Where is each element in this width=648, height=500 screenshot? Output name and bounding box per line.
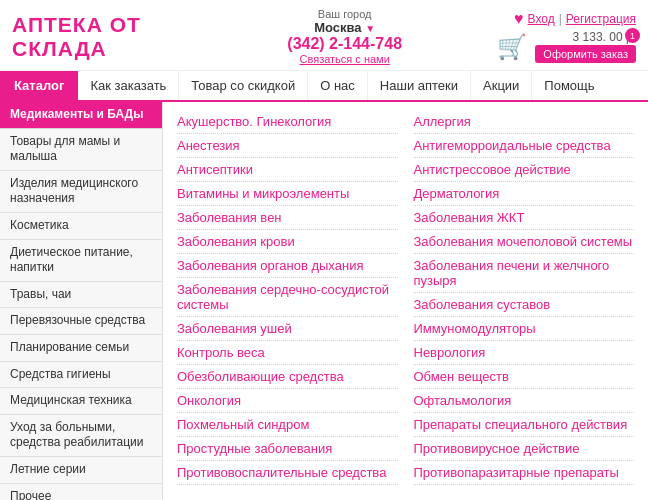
content: Акушерство. Гинекология Анестезия Антисе…: [163, 102, 648, 500]
list-item[interactable]: Заболевания мочеполовой системы: [414, 230, 635, 254]
logo[interactable]: АПТЕКА ОТ СКЛАДА: [12, 13, 192, 59]
list-item[interactable]: Иммуномодуляторы: [414, 317, 635, 341]
auth-separator: |: [559, 12, 562, 26]
list-item[interactable]: Заболевания сердечно-сосудистой системы: [177, 278, 398, 317]
city-arrow-icon: ▼: [365, 23, 375, 34]
list-item[interactable]: Противовоспалительные средства: [177, 461, 398, 485]
nav-item-help[interactable]: Помощь: [532, 71, 606, 100]
sidebar-item-care[interactable]: Уход за больными, средства реабилитации: [0, 415, 162, 457]
list-item[interactable]: Противовирусное действие: [414, 437, 635, 461]
nav-item-howtoorder[interactable]: Как заказать: [78, 71, 179, 100]
nav-item-about[interactable]: О нас: [308, 71, 368, 100]
list-item[interactable]: Контроль веса: [177, 341, 398, 365]
price: 3 133. 00 р.: [535, 30, 636, 44]
header-right: ♥ Вход | Регистрация 🛒 1 3 133. 00 р. Оф…: [497, 10, 636, 63]
list-item[interactable]: Заболевания органов дыхания: [177, 254, 398, 278]
category-grid: Акушерство. Гинекология Анестезия Антисе…: [177, 110, 634, 485]
sidebar-item-bandage[interactable]: Перевязочные средства: [0, 308, 162, 335]
header-center: Ваш город Москва ▼ (342) 2-144-748 Связа…: [287, 8, 402, 65]
list-item[interactable]: Заболевания суставов: [414, 293, 635, 317]
list-item[interactable]: Заболевания вен: [177, 206, 398, 230]
sidebar-item-medical-devices[interactable]: Изделия медицинского назначения: [0, 171, 162, 213]
list-item[interactable]: Похмельный синдром: [177, 413, 398, 437]
list-item[interactable]: Анестезия: [177, 134, 398, 158]
list-item[interactable]: Офтальмология: [414, 389, 635, 413]
list-item[interactable]: Дерматология: [414, 182, 635, 206]
main-layout: Медикаменты и БАДы Товары для мамы и мал…: [0, 102, 648, 500]
sidebar-item-cosmetics[interactable]: Косметика: [0, 213, 162, 240]
login-link[interactable]: Вход: [528, 12, 555, 26]
sidebar-item-diet[interactable]: Диетическое питание, напитки: [0, 240, 162, 282]
sidebar-item-hygiene[interactable]: Средства гигиены: [0, 362, 162, 389]
city-label: Ваш город: [287, 8, 402, 20]
list-item[interactable]: Неврология: [414, 341, 635, 365]
list-item[interactable]: Витамины и микроэлементы: [177, 182, 398, 206]
contact-link[interactable]: Связаться с нами: [287, 53, 402, 65]
sidebar-item-medical-tech[interactable]: Медицинская техника: [0, 388, 162, 415]
register-link[interactable]: Регистрация: [566, 12, 636, 26]
header: АПТЕКА ОТ СКЛАДА Ваш город Москва ▼ (342…: [0, 0, 648, 71]
sidebar: Медикаменты и БАДы Товары для мамы и мал…: [0, 102, 163, 500]
list-item[interactable]: Заболевания ЖКТ: [414, 206, 635, 230]
list-item[interactable]: Антистрессовое действие: [414, 158, 635, 182]
list-item[interactable]: Заболевания печени и желчного пузыря: [414, 254, 635, 293]
list-item[interactable]: Простудные заболевания: [177, 437, 398, 461]
sidebar-item-medikamenty[interactable]: Медикаменты и БАДы: [0, 102, 162, 129]
sidebar-item-herbs[interactable]: Травы, чаи: [0, 282, 162, 309]
nav-item-catalog[interactable]: Каталог: [0, 71, 78, 100]
nav-item-pharmacies[interactable]: Наши аптеки: [368, 71, 471, 100]
cart-icon: 🛒: [497, 33, 527, 61]
cart-badge: 1: [625, 28, 640, 43]
heart-icon: ♥: [514, 10, 524, 28]
list-item[interactable]: Препараты специального действия: [414, 413, 635, 437]
cart-area[interactable]: 🛒 1 3 133. 00 р. Оформить заказ: [497, 30, 636, 63]
nav-item-discounts[interactable]: Товар со скидкой: [179, 71, 308, 100]
right-column: Аллергия Антигеморроидальные средства Ан…: [414, 110, 635, 485]
nav-item-promotions[interactable]: Акции: [471, 71, 532, 100]
sidebar-item-mama[interactable]: Товары для мамы и малыша: [0, 129, 162, 171]
city-selector[interactable]: Москва ▼: [287, 20, 402, 35]
auth-links: ♥ Вход | Регистрация: [514, 10, 636, 28]
list-item[interactable]: Аллергия: [414, 110, 635, 134]
list-item[interactable]: Онкология: [177, 389, 398, 413]
list-item[interactable]: Противопаразитарные препараты: [414, 461, 635, 485]
sidebar-item-summer[interactable]: Летние серии: [0, 457, 162, 484]
list-item[interactable]: Заболевания ушей: [177, 317, 398, 341]
sidebar-item-other[interactable]: Прочее: [0, 484, 162, 501]
sidebar-item-family[interactable]: Планирование семьи: [0, 335, 162, 362]
city-name: Москва: [314, 20, 361, 35]
navbar: Каталог Как заказать Товар со скидкой О …: [0, 71, 648, 102]
phone[interactable]: (342) 2-144-748: [287, 35, 402, 53]
list-item[interactable]: Заболевания крови: [177, 230, 398, 254]
list-item[interactable]: Обезболивающие средства: [177, 365, 398, 389]
list-item[interactable]: Антисептики: [177, 158, 398, 182]
left-column: Акушерство. Гинекология Анестезия Антисе…: [177, 110, 398, 485]
list-item[interactable]: Антигеморроидальные средства: [414, 134, 635, 158]
order-button[interactable]: Оформить заказ: [535, 45, 636, 63]
order-info: 3 133. 00 р. Оформить заказ: [535, 30, 636, 63]
list-item[interactable]: Обмен веществ: [414, 365, 635, 389]
list-item[interactable]: Акушерство. Гинекология: [177, 110, 398, 134]
